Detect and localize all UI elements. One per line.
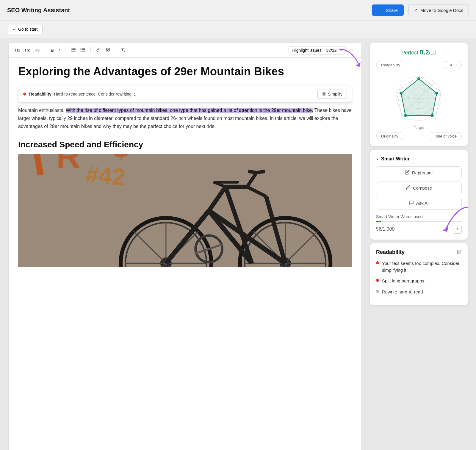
svg-text:#42: #42: [84, 160, 126, 190]
editor-area: H1 H2 H3 B I 1.2.3.: [8, 43, 362, 450]
readability-card: Readability Your text seems too complex.…: [370, 243, 468, 305]
toolbar-separator-1: [45, 47, 45, 53]
svg-point-9: [80, 48, 81, 49]
image-button[interactable]: [104, 46, 112, 54]
share-icon: 👤: [378, 7, 383, 13]
compose-button[interactable]: Compose: [376, 182, 462, 194]
chevron-icon: ∨: [376, 157, 379, 161]
seo-pill[interactable]: SEO: [444, 61, 462, 69]
originality-pill[interactable]: Originality: [376, 132, 403, 140]
smart-writer-card: ∨ Smart Writer ⋮ Rephraser Compose: [370, 150, 468, 240]
tone-of-voice-pill[interactable]: Tone of voice: [429, 132, 462, 140]
h2-button[interactable]: H2: [23, 47, 32, 54]
svg-rect-1: [72, 49, 76, 50]
bold-button[interactable]: B: [49, 46, 56, 54]
app-title: SEO Writing Assistant: [7, 7, 70, 14]
readability-item-2: Split long paragraphs.: [376, 278, 462, 285]
main-wrapper: H1 H2 H3 B I 1.2.3.: [0, 38, 476, 450]
h1-button[interactable]: H1: [13, 47, 22, 54]
back-arrow-icon: ←: [12, 27, 16, 32]
readability-dot-3: [376, 290, 379, 293]
go-to-start-button[interactable]: ← Go to start: [7, 24, 43, 34]
readability-item-3: Rewrite hard-to-read: [376, 289, 462, 296]
article-h2[interactable]: Increased Speed and Efficiency: [18, 140, 352, 149]
article-title[interactable]: Exploring the Advantages of 29er Mountai…: [18, 65, 352, 79]
svg-point-11: [80, 51, 81, 52]
svg-rect-8: [82, 51, 85, 51]
words-progress-fill: [376, 221, 381, 222]
body-before: Mountain: [18, 108, 39, 113]
words-used-label: Smart Writer Words used:: [376, 214, 462, 219]
words-used-section: Smart Writer Words used: 56/1,000 +: [376, 214, 462, 234]
unordered-list-button[interactable]: [79, 46, 87, 54]
add-words-button[interactable]: +: [453, 225, 462, 234]
readability-card-title: Readability: [376, 249, 405, 255]
italic-button[interactable]: I: [57, 46, 62, 54]
move-to-google-docs-button[interactable]: ↗ Move to Google Docs: [408, 4, 469, 16]
chevron-down-icon: ▼: [340, 49, 343, 52]
readability-item-1: Your text seems too complex. Consider si…: [376, 260, 462, 274]
ask-ai-icon: [409, 200, 414, 206]
highlighted-sentence: With the rise of different types of moun…: [66, 108, 313, 113]
heading-group: H1 H2 H3: [13, 47, 41, 54]
words-count: 56/1,000: [376, 226, 394, 232]
words-count-row: 56/1,000 +: [376, 225, 462, 234]
rephraser-button[interactable]: Rephraser: [376, 166, 462, 179]
link-button[interactable]: [94, 46, 103, 54]
simplify-button[interactable]: Simplify: [317, 90, 347, 99]
smart-writer-header: ∨ Smart Writer ⋮: [376, 156, 462, 162]
ordered-list-button[interactable]: 1.2.3.: [69, 46, 77, 54]
menu-button[interactable]: ≡: [349, 46, 357, 54]
svg-text:$: $: [111, 154, 130, 164]
h3-button[interactable]: H3: [33, 47, 41, 54]
svg-point-13: [107, 49, 108, 49]
rephraser-icon: [405, 170, 410, 176]
svg-rect-2: [72, 51, 76, 51]
readability-dot: [23, 93, 26, 96]
svg-point-49: [404, 114, 407, 117]
insert-group: [94, 46, 112, 54]
score-pill-bottom-row: Originality Tone of voice: [376, 132, 462, 140]
share-button[interactable]: 👤 Share: [372, 4, 404, 16]
toolbar-separator-2: [65, 47, 65, 53]
compose-icon: [406, 185, 411, 191]
format-clear-button[interactable]: Tx: [120, 46, 127, 54]
tooltip-text: Readability: Hard-to-read sentence. Cons…: [29, 92, 314, 96]
article-body[interactable]: Mountain enthusiasts. With the rise of d…: [18, 106, 352, 131]
editor-content[interactable]: Exploring the Advantages of 29er Mountai…: [9, 58, 361, 274]
format-group: B I: [49, 46, 62, 54]
readability-dot-2: [376, 279, 379, 282]
google-docs-icon: ↗: [414, 7, 418, 13]
bike-image: T R #42 $: [18, 154, 352, 267]
radar-chart-container: Target: [376, 71, 462, 130]
svg-point-50: [400, 92, 403, 95]
svg-rect-0: [72, 48, 76, 49]
simplify-icon: [322, 92, 326, 97]
sub-header: ← Go to start: [0, 21, 476, 38]
readability-dot-1: [376, 261, 379, 264]
svg-text:R: R: [56, 154, 80, 175]
header-actions: 👤 Share ↗ Move to Google Docs: [372, 4, 469, 16]
score-title: Perfect 8.2/10: [376, 49, 462, 56]
editor-toolbar: H1 H2 H3 B I 1.2.3.: [9, 43, 361, 58]
words-progress-bar: [376, 221, 462, 222]
list-group: 1.2.3.: [69, 46, 87, 54]
svg-point-47: [435, 92, 438, 95]
app-header: SEO Writing Assistant 👤 Share ↗ Move to …: [0, 0, 476, 21]
svg-point-48: [431, 114, 434, 117]
svg-point-46: [417, 77, 420, 80]
readability-edit-button[interactable]: [457, 249, 462, 255]
target-label: Target: [414, 126, 424, 130]
smart-writer-menu-button[interactable]: ⋮: [456, 156, 462, 162]
svg-rect-7: [82, 49, 85, 50]
radar-chart: [386, 71, 452, 125]
ask-ai-button[interactable]: Ask AI: [376, 197, 462, 210]
score-card: Perfect 8.2/10 Readability SEO: [370, 43, 468, 146]
highlight-dropdown[interactable]: Highlight issues 32/32 ▼: [288, 46, 347, 54]
toolbar-separator-4: [116, 47, 116, 53]
svg-point-10: [80, 49, 81, 50]
toolbar-separator-3: [90, 47, 91, 53]
svg-text:3.: 3.: [71, 50, 72, 52]
readability-pill[interactable]: Readability: [376, 61, 405, 69]
score-label-row: Readability SEO: [376, 61, 462, 69]
